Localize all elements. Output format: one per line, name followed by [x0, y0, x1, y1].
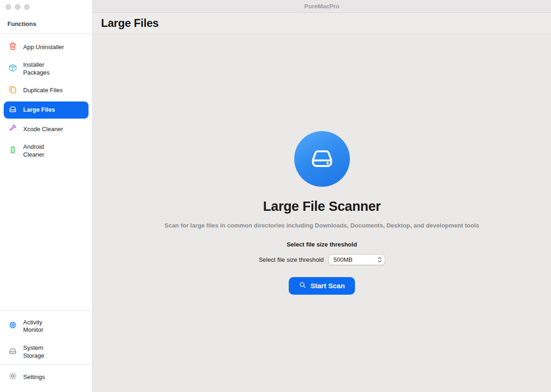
sidebar-item-settings[interactable]: Settings	[4, 368, 89, 386]
trash-icon	[8, 42, 17, 53]
page-title: Large Files	[101, 17, 159, 30]
sidebar-item-label: Xcode Cleaner	[23, 126, 63, 133]
sidebar-item-label: Settings	[23, 373, 45, 381]
threshold-select-wrap: 500MB	[329, 254, 385, 265]
threshold-section-label: Select file size threshold	[287, 241, 357, 248]
sidebar: Functions App Uninstaller Installer Pack…	[0, 0, 93, 392]
sidebar-item-duplicate-files[interactable]: Duplicate Files	[4, 82, 89, 100]
cpu-icon	[8, 321, 17, 332]
start-scan-button[interactable]: Start Scan	[289, 277, 355, 295]
sidebar-item-app-uninstaller[interactable]: App Uninstaller	[4, 38, 89, 56]
sidebar-item-label: Installer Packages	[23, 61, 50, 77]
large-file-scanner-badge	[294, 131, 350, 187]
sidebar-item-label: App Uninstaller	[23, 44, 64, 51]
threshold-row: Select file size threshold 500MB	[259, 254, 385, 265]
gear-icon	[8, 372, 17, 383]
scanner-description: Scan for large files in common directori…	[165, 222, 479, 229]
phone-icon	[8, 145, 17, 157]
threshold-field-label: Select file size threshold	[259, 256, 323, 263]
window-title: PureMacPro	[304, 3, 340, 10]
hammer-icon	[8, 124, 17, 135]
start-scan-label: Start Scan	[310, 282, 345, 290]
main-area: PureMacPro Large Files Large File Scanne…	[93, 0, 551, 392]
sidebar-footer-nav: Settings	[0, 365, 92, 392]
search-icon	[299, 281, 306, 290]
drive-icon	[309, 145, 336, 173]
sidebar-item-installer-packages[interactable]: Installer Packages	[4, 58, 89, 80]
window-titlebar: PureMacPro	[93, 0, 551, 13]
scanner-panel: Large File Scanner Scan for large files …	[93, 33, 551, 392]
sidebar-bottom-nav: Activity Monitor System Storage	[0, 311, 92, 365]
sidebar-item-large-files[interactable]: Large Files	[4, 101, 89, 119]
drive-icon	[8, 347, 17, 358]
package-icon	[8, 63, 17, 75]
sidebar-item-label: Duplicate Files	[23, 87, 63, 95]
sidebar-item-label: Activity Monitor	[23, 319, 43, 335]
sidebar-item-label: System Storage	[23, 344, 44, 360]
close-window-icon[interactable]	[6, 4, 11, 10]
duplicate-files-icon	[8, 85, 17, 96]
zoom-window-icon[interactable]	[24, 4, 30, 10]
threshold-select[interactable]: 500MB	[329, 254, 385, 265]
sidebar-item-label: Android Cleaner	[23, 143, 44, 159]
minimize-window-icon[interactable]	[15, 4, 20, 10]
page-header: Large Files	[93, 13, 551, 33]
sidebar-nav: App Uninstaller Installer Packages Dupli…	[0, 34, 92, 167]
sidebar-section-title: Functions	[0, 13, 92, 33]
window-controls	[0, 0, 92, 13]
scanner-title: Large File Scanner	[263, 199, 380, 214]
sidebar-item-android-cleaner[interactable]: Android Cleaner	[4, 140, 89, 162]
drive-icon	[8, 105, 17, 116]
sidebar-spacer	[0, 167, 92, 310]
sidebar-item-activity-monitor[interactable]: Activity Monitor	[4, 316, 89, 338]
sidebar-item-system-storage[interactable]: System Storage	[4, 341, 89, 363]
sidebar-item-xcode-cleaner[interactable]: Xcode Cleaner	[4, 120, 89, 138]
sidebar-item-label: Large Files	[23, 106, 55, 114]
